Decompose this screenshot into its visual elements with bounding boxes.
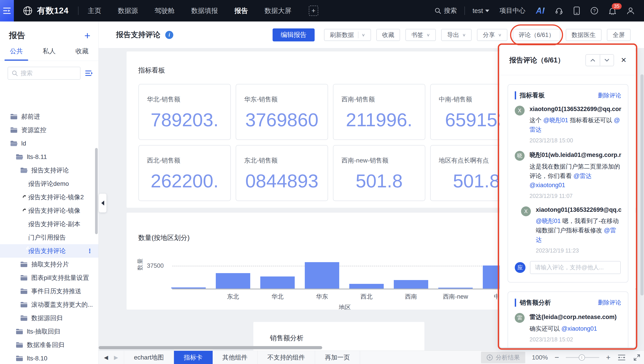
comment-group-header: 销售额分析删除评论 [515, 299, 621, 307]
tree-item-报告支持评论-镜像[interactable]: 报告支持评论-镜像 [0, 204, 98, 217]
tree-item-lts-8.10[interactable]: lts-8.10 [0, 352, 98, 364]
page-tab-指标卡[interactable]: 指标卡 [174, 351, 213, 364]
new-report-button[interactable]: + [84, 31, 90, 41]
fit-width-button[interactable] [617, 353, 626, 361]
zoom-in-button[interactable]: + [606, 353, 610, 362]
mention-link[interactable]: @xiaotong01 [530, 182, 565, 189]
next-comment-button[interactable] [600, 55, 614, 66]
tree-item-数据源回归[interactable]: 数据源回归 [0, 311, 98, 325]
mention-link[interactable]: @晓彤01 [544, 117, 568, 124]
sidebar-tab-公共[interactable]: 公共 [0, 47, 33, 61]
comment-author: 晓彤01(wb.leida01@mesg.corp.net... [530, 151, 621, 159]
button-label: 评论（6/61） [518, 31, 554, 39]
project-center-link[interactable]: 项目中心 [500, 6, 526, 15]
toolbar-button-分享[interactable]: 分享∨ [477, 29, 507, 41]
user-avatar-button[interactable] [626, 7, 634, 15]
toolbar-button-导出[interactable]: 导出∨ [441, 29, 472, 41]
nav-item-数据大屏[interactable]: 数据大屏 [264, 6, 291, 16]
tree-item-报告支持评论[interactable]: 报告支持评论 [0, 164, 98, 177]
support-headset-button[interactable] [555, 7, 563, 15]
tree-item-报告评论demo[interactable]: 报告评论demo [0, 177, 98, 191]
mobile-app-button[interactable] [573, 7, 580, 15]
page-tab-不支持的组件[interactable]: 不支持的组件 [258, 351, 315, 364]
nav-item-报告[interactable]: 报告 [234, 6, 248, 16]
shortcut-arrow-icon [22, 208, 26, 212]
toolbar-button-评论661[interactable]: 评论（6/61） [513, 29, 560, 41]
sidebar-search-box[interactable] [8, 67, 80, 80]
sidebar-scrollbar[interactable] [95, 148, 98, 234]
mention-link[interactable]: @xiaotong01 [562, 325, 597, 332]
delete-comments-link[interactable]: 删除评论 [598, 299, 621, 306]
ai-assistant-button[interactable]: AI [536, 6, 545, 16]
next-page-arrow[interactable]: ▶ [114, 354, 118, 361]
prev-page-arrow[interactable]: ◀ [104, 354, 108, 361]
fullscreen-canvas-button[interactable] [633, 353, 641, 361]
comment-nav-group [586, 54, 614, 66]
x-tick-label: 华东 [316, 293, 328, 301]
info-icon[interactable]: i [165, 31, 173, 39]
sidebar-collapse-handle[interactable] [99, 194, 106, 213]
notifications-button[interactable]: 35 [609, 7, 616, 15]
tree-item-label: 门户引用报告 [28, 233, 66, 242]
toolbar-button-刷新数据[interactable]: 刷新数据∨ [324, 29, 371, 41]
nav-item-数据源[interactable]: 数据源 [118, 6, 138, 16]
metric-label: 西北-销售额 [147, 156, 180, 165]
tree-item-lts-抽取回归[interactable]: lts-抽取回归 [0, 325, 98, 338]
folder-icon [16, 342, 23, 348]
horizontal-scrollbar[interactable] [98, 346, 322, 349]
chart-bar-西南[interactable] [394, 280, 428, 289]
tree-item-报告支持评论[interactable]: 报告支持评论⋮ [0, 244, 98, 258]
sidebar-search-input[interactable] [20, 70, 76, 77]
chart-bar-华东[interactable] [305, 262, 339, 289]
toolbar-button-全屏[interactable]: 全屏 [607, 29, 630, 41]
chart-bar-blank[interactable] [171, 287, 206, 289]
comment-input[interactable] [530, 261, 621, 274]
display-settings-icon[interactable] [85, 70, 93, 77]
tree-item-事件日历支持推送[interactable]: 事件日历支持推送 [0, 285, 98, 298]
tree-item-郝前进[interactable]: 郝前进 [0, 110, 98, 123]
nav-item-驾驶舱[interactable]: 驾驶舱 [154, 6, 175, 16]
delete-comments-link[interactable]: 删除评论 [598, 92, 621, 99]
nav-item-主页[interactable]: 主页 [88, 6, 101, 16]
close-panel-button[interactable]: ✕ [621, 56, 626, 64]
tree-item-门户引用报告[interactable]: 门户引用报告 [0, 231, 98, 244]
page-tab-其他组件[interactable]: 其他组件 [213, 351, 258, 364]
prev-comment-button[interactable] [586, 55, 600, 66]
zoom-out-button[interactable]: − [554, 353, 559, 362]
chart-bar-西南-new[interactable] [438, 288, 473, 289]
edit-report-button[interactable]: 编辑报告 [272, 29, 314, 41]
sidebar-tab-私人[interactable]: 私人 [33, 47, 66, 61]
global-search-button[interactable]: 搜索 [434, 6, 457, 15]
more-options-icon[interactable]: ⋮ [87, 248, 92, 255]
page-tab-echart地图[interactable]: echart地图 [124, 351, 174, 364]
chart-bar-东北[interactable] [216, 273, 250, 289]
toolbar-button-数据医生[interactable]: 数据医生 [566, 29, 602, 41]
mention-link[interactable]: @晓彤01 [536, 218, 560, 224]
window-scrollbar[interactable] [640, 74, 644, 295]
zoom-slider[interactable] [566, 357, 599, 358]
tree-item-label: 报告支持评论-副本 [28, 220, 80, 228]
tree-item-报告支持评论-镜像2[interactable]: 报告支持评论-镜像2 [0, 191, 98, 204]
sidebar-tab-收藏[interactable]: 收藏 [66, 47, 98, 61]
tree-item-数据准备回归[interactable]: 数据准备回归 [0, 338, 98, 352]
page-tab-再加一页[interactable]: 再加一页 [315, 351, 360, 364]
add-module-button[interactable]: + [309, 6, 318, 16]
tree-item-ld[interactable]: ld [0, 137, 98, 150]
analysis-result-button[interactable]: 分析结果 [481, 352, 525, 363]
nav-item-数据填报[interactable]: 数据填报 [191, 6, 218, 16]
tree-item-滚动覆盖支持更大的...[interactable]: 滚动覆盖支持更大的... [0, 298, 98, 311]
toolbar-button-收藏[interactable]: 收藏 [376, 29, 400, 41]
tree-item-抽取支持分片[interactable]: 抽取支持分片 [0, 258, 98, 271]
chart-bar-西北[interactable] [349, 284, 384, 289]
main-menu-button[interactable] [0, 0, 14, 22]
user-env-dropdown[interactable]: test [472, 7, 489, 15]
chart-bar-华北[interactable] [260, 276, 295, 289]
tree-item-lts-8.11[interactable]: lts-8.11 [0, 150, 98, 164]
tree-item-资源监控[interactable]: 资源监控 [0, 123, 98, 137]
mention-link[interactable]: @雷达 [574, 172, 592, 179]
tree-item-报告支持评论-副本[interactable]: 报告支持评论-副本 [0, 217, 98, 231]
tree-item-图表pill支持批量设置[interactable]: 图表pill支持批量设置 [0, 271, 98, 285]
zoom-slider-handle[interactable] [579, 354, 585, 361]
toolbar-button-书签[interactable]: 书签∨ [406, 29, 436, 41]
help-button[interactable]: ? [590, 7, 598, 15]
